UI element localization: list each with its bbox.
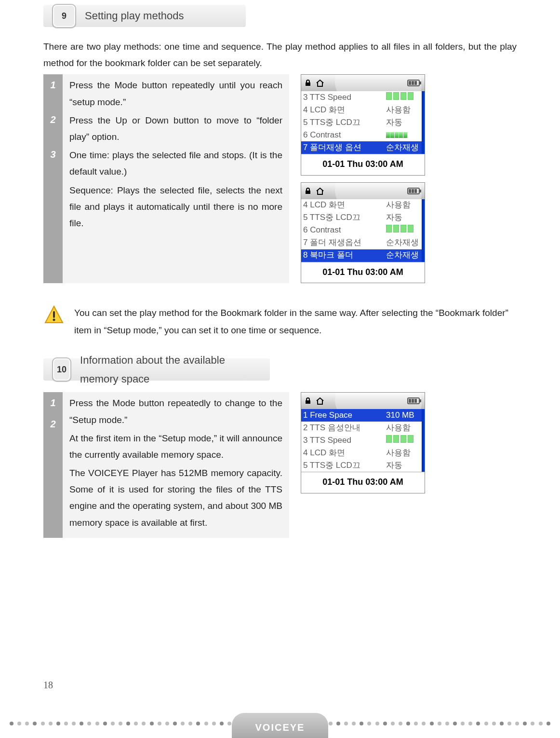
- battery-icon: [407, 188, 422, 194]
- lock-icon: [304, 187, 312, 195]
- step-text: At the first item in the “Setup mode,” i…: [69, 430, 282, 463]
- svg-rect-1: [420, 82, 421, 84]
- menu-row: 7 폴더 재생옵션순차재생: [301, 237, 422, 249]
- menu-row-selected: 1 Free Space310 MB: [301, 409, 422, 422]
- menu-row: 4 LCD 화면사용함: [301, 447, 422, 459]
- section-title: Setting play methods: [85, 6, 184, 26]
- menu-row: 2 TTS 음성안내사용함: [301, 422, 422, 434]
- device-clock: 01-01 Thu 03:00 AM: [301, 154, 425, 175]
- step-image-column: 3 TTS Speed 4 LCD 화면사용함 5 TTS중 LCD끄자동 6 …: [289, 74, 517, 283]
- battery-icon: [407, 80, 422, 86]
- menu-row: 6 Contrast: [301, 224, 422, 237]
- menu-row: 5 TTS중 LCD끄자동: [301, 212, 422, 224]
- home-icon: [316, 187, 324, 195]
- warning-icon: [43, 304, 65, 326]
- device-scrollbar: [422, 199, 425, 262]
- section-title: Information about the available memory s…: [80, 351, 251, 389]
- step-text: Press the Mode button repeatedly until y…: [69, 77, 282, 110]
- step-text: Press the Mode button repeatedly to chan…: [69, 395, 282, 428]
- step-text-column: Press the Mode button repeatedly until y…: [63, 74, 289, 283]
- home-icon: [316, 397, 324, 405]
- svg-point-11: [53, 319, 55, 321]
- device-clock: 01-01 Thu 03:00 AM: [301, 262, 425, 283]
- svg-rect-13: [420, 399, 421, 402]
- step-number: 2: [43, 413, 63, 526]
- device-screenshot-a: 3 TTS Speed 4 LCD 화면사용함 5 TTS중 LCD끄자동 6 …: [301, 74, 425, 175]
- svg-rect-15: [412, 399, 414, 403]
- svg-rect-6: [420, 190, 421, 192]
- menu-row: 4 LCD 화면사용함: [301, 104, 422, 116]
- section-10-steps: 1 2 Press the Mode button repeatedly to …: [43, 392, 517, 538]
- section-number-badge: 9: [52, 4, 76, 28]
- step-number: 2: [43, 109, 63, 144]
- step-number-column: 1 2: [43, 392, 63, 538]
- step-number: 3: [43, 144, 63, 252]
- menu-row: 3 TTS Speed: [301, 91, 422, 104]
- device-scrollbar: [422, 91, 425, 154]
- step-text: One time: plays the selected file and st…: [69, 147, 282, 180]
- menu-row: 5 TTS중 LCD끄자동: [301, 116, 422, 129]
- section-9-intro: There are two play methods: one time and…: [43, 39, 517, 71]
- home-icon: [316, 79, 324, 87]
- menu-row: 6 Contrast: [301, 129, 422, 141]
- battery-icon: [407, 397, 422, 404]
- brand-name: VOICEYE: [255, 719, 305, 736]
- step-text: The VOICEYE Player has 512MB memory capa…: [69, 465, 282, 531]
- page-footer: VOICEYE: [0, 709, 560, 738]
- device-status-bar: [301, 183, 425, 199]
- device-screenshot-b: 4 LCD 화면사용함 5 TTS중 LCD끄자동 6 Contrast 7 폴…: [301, 182, 425, 283]
- svg-rect-7: [409, 189, 411, 193]
- svg-rect-4: [414, 81, 417, 85]
- svg-rect-10: [53, 311, 55, 318]
- menu-row: 3 TTS Speed: [301, 434, 422, 447]
- svg-rect-8: [412, 189, 414, 193]
- lock-icon: [304, 397, 312, 405]
- step-text: Sequence: Plays the selected file, selec…: [69, 182, 282, 232]
- page-number: 18: [43, 676, 53, 694]
- step-text-column: Press the Mode button repeatedly to chan…: [63, 392, 289, 538]
- menu-row: 5 TTS중 LCD끄자동: [301, 459, 422, 472]
- step-number: 1: [43, 74, 63, 109]
- step-image-column: 1 Free Space310 MB 2 TTS 음성안내사용함 3 TTS S…: [289, 392, 517, 538]
- brand-tab: VOICEYE: [232, 713, 328, 738]
- svg-rect-16: [414, 399, 417, 403]
- device-clock: 01-01 Thu 03:00 AM: [301, 472, 425, 492]
- svg-rect-2: [409, 81, 411, 85]
- note-text: You can set the play method for the Book…: [74, 304, 517, 339]
- svg-rect-9: [414, 189, 417, 193]
- section-number-badge: 10: [52, 357, 71, 382]
- device-scrollbar: [422, 409, 425, 472]
- menu-row-selected: 8 북마크 폴더순차재생: [301, 249, 422, 262]
- step-number-column: 1 2 3: [43, 74, 63, 283]
- section-header-9: 9 Setting play methods: [43, 5, 517, 27]
- section-header-10: 10 Information about the available memor…: [43, 358, 517, 381]
- info-note: You can set the play method for the Book…: [43, 304, 517, 339]
- menu-row-selected: 7 폴더재생 옵션순차재생: [301, 141, 422, 154]
- section-title-band: 10 Information about the available memor…: [43, 358, 270, 381]
- device-status-bar: [301, 393, 425, 409]
- svg-rect-14: [409, 399, 411, 403]
- section-title-band: 9 Setting play methods: [43, 5, 246, 27]
- section-9-steps: 1 2 3 Press the Mode button repeatedly u…: [43, 74, 517, 283]
- svg-rect-3: [412, 81, 414, 85]
- step-text: Press the Up or Down button to move to “…: [69, 112, 282, 145]
- lock-icon: [304, 79, 312, 87]
- menu-row: 4 LCD 화면사용함: [301, 199, 422, 212]
- device-screenshot-c: 1 Free Space310 MB 2 TTS 음성안내사용함 3 TTS S…: [301, 392, 425, 493]
- device-status-bar: [301, 75, 425, 91]
- step-number: 1: [43, 392, 63, 413]
